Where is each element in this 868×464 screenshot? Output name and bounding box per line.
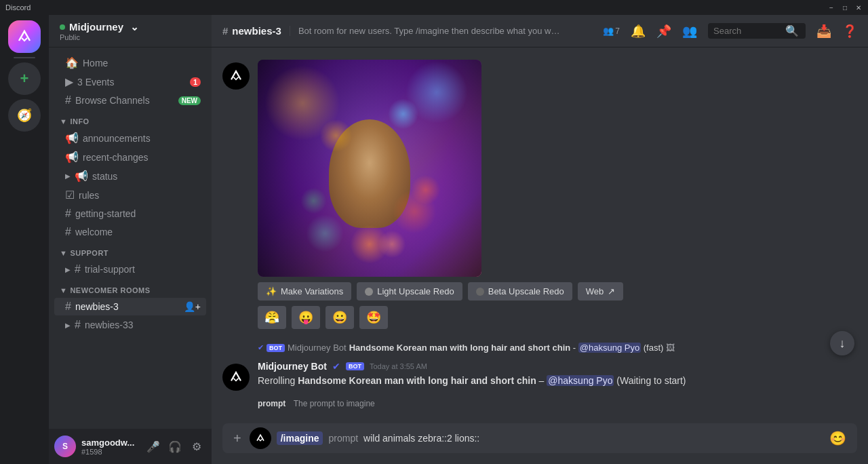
- trial-support-caret: ▶: [65, 266, 71, 273]
- newcomer-caret-icon: ▼: [60, 286, 67, 294]
- ref-text: Handsome Korean man with long hair and s…: [349, 343, 664, 353]
- channel-getting-started[interactable]: # getting-started: [54, 205, 206, 223]
- events-icon: ▶: [65, 75, 73, 88]
- help-icon[interactable]: ❓: [842, 24, 857, 39]
- channel-trial-support[interactable]: ▶ # trial-support: [54, 260, 206, 278]
- message-group-image: ✨ Make Variations Light Upscale Redo Bet…: [222, 58, 857, 336]
- add-member-icon[interactable]: 👤+: [184, 301, 201, 312]
- events-badge: 1: [190, 77, 201, 87]
- recent-changes-icon: 📢: [65, 151, 79, 163]
- search-icon: 🔍: [785, 24, 799, 37]
- pin-icon[interactable]: 📌: [656, 24, 671, 39]
- make-variations-button[interactable]: ✨ Make Variations: [258, 282, 351, 301]
- rolling-message-header: Midjourney Bot ✔ BOT Today at 3:55 AM: [258, 361, 857, 372]
- channel-newbies-3[interactable]: # newbies-3 👤+: [54, 298, 206, 315]
- action-buttons: ✨ Make Variations Light Upscale Redo Bet…: [258, 282, 857, 301]
- user-command-avatar: [250, 427, 271, 449]
- settings-button[interactable]: ⚙: [187, 437, 206, 456]
- rolling-time: Today at 3:55 AM: [370, 362, 427, 370]
- mic-button[interactable]: 🎤: [144, 437, 163, 456]
- bot-avatar-2: [222, 364, 250, 391]
- headset-button[interactable]: 🎧: [165, 437, 184, 456]
- category-support[interactable]: ▼ SUPPORT: [49, 246, 212, 260]
- members-icon: 👥: [603, 26, 614, 36]
- command-area: /imagine prompt: [250, 427, 821, 449]
- discover-button[interactable]: 🧭: [8, 99, 41, 132]
- user-tag: #1598: [81, 448, 138, 456]
- minimize-button[interactable]: −: [827, 3, 835, 12]
- channel-header-name: # newbies-3: [222, 25, 281, 37]
- members-count: 7: [615, 26, 620, 36]
- server-icon-midjourney[interactable]: [8, 20, 41, 53]
- channel-status[interactable]: ▶ 📢 status: [54, 167, 206, 185]
- online-indicator: [60, 24, 65, 30]
- rules-icon: ☑: [65, 189, 75, 201]
- search-bar[interactable]: 🔍: [708, 23, 806, 39]
- newbies-3-icon: #: [65, 301, 71, 313]
- channel-recent-changes[interactable]: 📢 recent-changes: [54, 148, 206, 166]
- scroll-bottom-button[interactable]: ↓: [830, 331, 854, 355]
- add-server-button[interactable]: +: [8, 62, 41, 95]
- channel-rules[interactable]: ☑ rules: [54, 186, 206, 204]
- search-input[interactable]: [713, 26, 781, 36]
- nav-home[interactable]: 🏠 Home: [54, 54, 206, 72]
- messages-area: ✨ Make Variations Light Upscale Redo Bet…: [212, 47, 868, 423]
- bell-icon[interactable]: 🔔: [631, 24, 646, 39]
- emoji-grin-button[interactable]: 😀: [326, 306, 354, 329]
- app-container: + 🧭 Midjourney ⌄ Public 🏠 Home: [0, 15, 868, 464]
- variations-icon: ✨: [266, 286, 277, 296]
- header-actions: 👥 7 🔔 📌 👥 🔍 📥 ❓: [603, 23, 857, 39]
- attachment-icon[interactable]: +: [233, 431, 241, 446]
- home-icon: 🏠: [65, 56, 79, 69]
- browse-icon: #: [65, 94, 71, 107]
- emoji-angry-button[interactable]: 😤: [258, 306, 286, 329]
- rolling-message-text: Rerolling Handsome Korean man with long …: [258, 374, 857, 388]
- newbies-33-caret: ▶: [65, 322, 71, 329]
- chat-input[interactable]: [363, 433, 821, 444]
- server-header[interactable]: Midjourney ⌄ Public: [49, 15, 212, 47]
- emoji-tongue-button[interactable]: 😛: [292, 306, 320, 329]
- emoji-picker-button[interactable]: 😊: [829, 430, 846, 446]
- verified-check-icon: ✔: [258, 343, 264, 352]
- server-divider: [14, 57, 35, 58]
- people-icon[interactable]: 👥: [682, 24, 697, 39]
- channel-announcements[interactable]: 📢 announcements: [54, 129, 206, 147]
- beta-upscale-redo-button[interactable]: Beta Upscale Redo: [468, 282, 572, 301]
- bot-avatar: [222, 62, 250, 90]
- trial-support-icon: #: [75, 263, 81, 275]
- nav-events[interactable]: ▶ 3 Events 1: [54, 73, 206, 91]
- caret-icon: ▼: [60, 117, 67, 125]
- channel-welcome[interactable]: # welcome: [54, 223, 206, 241]
- web-button[interactable]: Web ↗: [578, 282, 624, 301]
- new-badge: NEW: [178, 96, 201, 105]
- titlebar: Discord − □ ✕: [0, 0, 868, 15]
- bot-badge-ref: BOT: [267, 344, 285, 352]
- light-upscale-redo-button[interactable]: Light Upscale Redo: [357, 282, 462, 301]
- maximize-button[interactable]: □: [841, 3, 849, 12]
- user-controls: 🎤 🎧 ⚙: [144, 437, 206, 456]
- getting-started-icon: #: [65, 208, 71, 220]
- username: samgoodw...: [81, 438, 138, 448]
- inbox-icon[interactable]: 📥: [816, 24, 831, 39]
- channel-newbies-33[interactable]: ▶ # newbies-33: [54, 316, 206, 334]
- nav-browse-channels[interactable]: # Browse Channels NEW: [54, 92, 206, 109]
- rolling-mention: @haksung Pyo: [547, 375, 614, 386]
- message-group-rolling: Midjourney Bot ✔ BOT Today at 3:55 AM Re…: [222, 360, 857, 392]
- status-caret: ▶: [65, 172, 71, 180]
- close-button[interactable]: ✕: [854, 3, 863, 12]
- announcements-icon: 📢: [65, 132, 79, 144]
- category-info[interactable]: ▼ INFO: [49, 115, 212, 128]
- rolling-author: Midjourney Bot: [258, 361, 327, 372]
- light-upscale-icon: [365, 288, 373, 296]
- server-name: Midjourney ⌄: [60, 21, 139, 33]
- top-nav-section: 🏠 Home ▶ 3 Events 1 # Browse Channels NE…: [49, 54, 212, 109]
- generated-image-container: [258, 60, 857, 277]
- support-caret-icon: ▼: [60, 249, 67, 257]
- rolling-bold: Handsome Korean man with long hair and s…: [298, 375, 536, 386]
- rolling-bot-badge: BOT: [346, 362, 364, 370]
- scroll-bottom-icon: ↓: [840, 336, 846, 351]
- emoji-star-eyes-button[interactable]: 🤩: [359, 306, 388, 329]
- category-newcomer[interactable]: ▼ NEWCOMER ROOMS: [49, 284, 212, 297]
- emoji-reaction-buttons: 😤 😛 😀 🤩: [258, 306, 857, 329]
- main-content: # newbies-3 Bot room for new users. Type…: [212, 15, 868, 464]
